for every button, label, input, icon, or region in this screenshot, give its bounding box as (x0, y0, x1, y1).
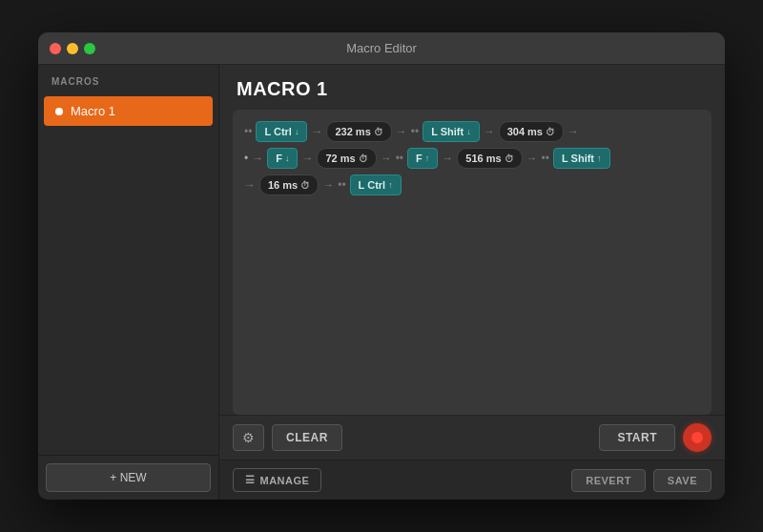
connector: •• (338, 178, 345, 192)
main-window: Macro Editor MACROS Macro 1 + NEW MACRO … (38, 32, 725, 500)
manage-label: MANAGE (260, 475, 310, 486)
clock-icon: ⏱ (300, 180, 310, 191)
connector: → (322, 178, 334, 192)
minimize-button[interactable] (67, 43, 78, 54)
connector: → (484, 125, 495, 138)
content-toolbar: ⚙ CLEAR START (219, 415, 725, 460)
connector: → (244, 178, 256, 192)
revert-button[interactable]: REVERT (571, 469, 646, 492)
clock-icon: ⏱ (505, 153, 514, 164)
settings-button[interactable]: ⚙ (233, 424, 264, 451)
key-direction-icon: ↓ (466, 127, 471, 136)
connector: → (252, 152, 263, 165)
manage-button[interactable]: ☰ MANAGE (233, 468, 321, 492)
clock-icon: ⏱ (546, 127, 555, 137)
key-direction-icon: ↑ (388, 180, 393, 190)
connector: •• (411, 125, 419, 138)
bottom-bar: ☰ MANAGE REVERT SAVE (219, 460, 725, 500)
sidebar-footer: + NEW (38, 455, 218, 500)
titlebar: Macro Editor (38, 32, 725, 65)
sidebar-item-macro1[interactable]: Macro 1 (44, 96, 213, 126)
key-node-lctrl-down[interactable]: L Ctrl ↓ (256, 121, 307, 142)
content-area: MACRO 1 •• L Ctrl ↓ → 232 ms ⏱ → (219, 65, 725, 500)
key-label: L Ctrl (359, 179, 386, 191)
sidebar: MACROS Macro 1 + NEW (38, 65, 219, 500)
connector: → (381, 152, 392, 165)
key-node-f-up[interactable]: F ↑ (407, 148, 438, 169)
delay-value: 232 ms (335, 126, 370, 137)
connector: •• (244, 125, 252, 138)
key-label: L Shift (562, 153, 594, 164)
connector: → (396, 125, 407, 138)
delay-node-72ms[interactable]: 72 ms ⏱ (317, 148, 376, 169)
macro-list: Macro 1 (38, 94, 218, 455)
new-macro-button[interactable]: + NEW (46, 463, 211, 492)
macro-item-label: Macro 1 (71, 104, 115, 118)
sequence-row-3: → 16 ms ⏱ → •• L Ctrl ↑ (244, 174, 700, 195)
start-button[interactable]: START (599, 424, 675, 451)
sequence-row-1: •• L Ctrl ↓ → 232 ms ⏱ → •• L Shift ↓ (244, 121, 700, 142)
clock-icon: ⏱ (374, 127, 383, 137)
clear-button[interactable]: CLEAR (272, 424, 342, 451)
delay-node-516ms[interactable]: 516 ms ⏱ (457, 148, 522, 169)
connector: → (526, 152, 538, 165)
gear-icon: ⚙ (242, 430, 255, 445)
delay-value: 72 ms (325, 153, 355, 164)
key-label: F (276, 153, 282, 164)
delay-node-304ms[interactable]: 304 ms ⏱ (499, 121, 564, 142)
content-header: MACRO 1 (219, 65, 725, 110)
record-indicator (691, 432, 703, 443)
key-label: L Shift (431, 126, 464, 137)
key-label: L Ctrl (264, 126, 292, 137)
sequence-row-2: • → F ↓ → 72 ms ⏱ → •• F ↑ (244, 148, 700, 169)
connector: → (567, 125, 579, 138)
connector: → (442, 152, 453, 165)
sidebar-header: MACROS (38, 65, 218, 94)
key-direction-icon: ↓ (295, 127, 299, 136)
key-node-lctrl-up[interactable]: L Ctrl ↑ (350, 174, 402, 195)
connector: → (311, 125, 322, 138)
key-direction-icon: ↓ (285, 153, 290, 163)
macro-title: MACRO 1 (237, 78, 328, 99)
key-node-lshift-down[interactable]: L Shift ↓ (423, 121, 480, 142)
sequence-area: •• L Ctrl ↓ → 232 ms ⏱ → •• L Shift ↓ (233, 110, 711, 415)
key-node-f-down[interactable]: F ↓ (267, 148, 298, 169)
key-node-lshift-up[interactable]: L Shift ↑ (553, 148, 610, 169)
main-area: MACROS Macro 1 + NEW MACRO 1 •• (38, 65, 725, 500)
connector: •• (542, 152, 549, 165)
record-button[interactable] (683, 423, 711, 452)
delay-value: 516 ms (465, 153, 501, 164)
delay-node-16ms[interactable]: 16 ms ⏱ (259, 174, 319, 195)
close-button[interactable] (50, 43, 61, 54)
key-direction-icon: ↑ (597, 153, 602, 163)
node-dot: • (244, 152, 248, 165)
list-icon: ☰ (245, 474, 256, 486)
clock-icon: ⏱ (359, 153, 368, 164)
delay-node-232ms[interactable]: 232 ms ⏱ (326, 121, 391, 142)
traffic-lights (50, 43, 95, 54)
save-button[interactable]: SAVE (653, 469, 711, 492)
connector: → (301, 152, 313, 165)
macro-item-indicator (55, 108, 63, 115)
connector: •• (396, 152, 403, 165)
delay-value: 16 ms (268, 179, 298, 191)
key-label: F (416, 153, 423, 164)
delay-value: 304 ms (507, 126, 543, 137)
maximize-button[interactable] (84, 43, 95, 54)
key-direction-icon: ↑ (425, 153, 430, 163)
window-title: Macro Editor (346, 41, 417, 55)
